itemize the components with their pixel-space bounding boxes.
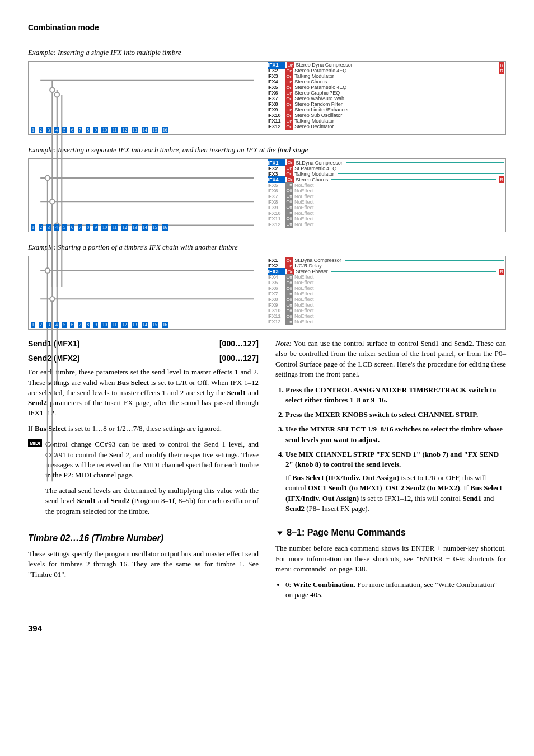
ifx-list-1: IFX1OnStereo Dyna CompressorRIFX2OnStere… <box>266 62 506 134</box>
routing-line <box>356 65 497 65</box>
track-number: 3 <box>46 224 51 231</box>
track-number: 13 <box>132 322 138 328</box>
track-number: 11 <box>111 127 118 133</box>
diagram-2: 12345678910111213141516 IFX1OnSt.Dyna Co… <box>28 158 506 232</box>
ifx-slot-label: IFX12 <box>268 318 284 326</box>
svg-point-3 <box>50 199 54 204</box>
track-number: 5 <box>62 322 67 328</box>
track-number: 16 <box>162 127 168 133</box>
track-number: 12 <box>121 224 128 231</box>
track-number: 13 <box>132 224 138 231</box>
heading-menu-commands: ▼ 8–1: Page Menu Commands <box>275 524 506 539</box>
bullet-item: 0: Write Combination. For more informati… <box>285 580 506 600</box>
routing-line <box>346 162 504 163</box>
track-number: 16 <box>162 224 168 231</box>
header-title: Combination mode <box>28 23 99 32</box>
step-note: If Bus Select (IFX/Indiv. Out Assign) is… <box>285 473 506 514</box>
ifx-slot-label: IFX12 <box>268 123 284 130</box>
ifx-effect-name: NoEffect <box>294 221 313 228</box>
step-item: Press the CONTROL ASSIGN MIXER TIMBRE/TR… <box>285 385 506 405</box>
ifx-on-chip: Off <box>285 221 294 227</box>
svg-point-6 <box>50 297 54 301</box>
body-paragraph: Note: You can use the control surface to… <box>275 339 506 379</box>
ifx-row: IFX12OffNoEffect <box>268 319 505 325</box>
steps-list: Press the CONTROL ASSIGN MIXER TIMBRE/TR… <box>275 385 506 514</box>
page-header: Combination mode <box>28 22 506 36</box>
svg-point-1 <box>55 92 59 97</box>
svg-point-2 <box>45 176 50 180</box>
track-number: 2 <box>39 224 43 231</box>
routing-line <box>338 173 504 174</box>
routing-line <box>340 168 504 168</box>
example-caption-1: Example: Inserting a single IFX into mul… <box>28 48 506 58</box>
track-number: 4 <box>54 224 59 231</box>
diagram-1: 12345678910111213141516 IFX1OnStereo Dyn… <box>28 61 506 135</box>
ifx-list-2: IFX1OnSt.Dyna CompressorIFX2OnSt.Paramet… <box>266 159 506 232</box>
ifx-slot-label: IFX12 <box>268 221 284 228</box>
track-number: 6 <box>70 224 74 231</box>
track-number: 9 <box>93 322 98 328</box>
track-number: 2 <box>39 322 43 328</box>
badge-r-icon: R <box>499 68 504 74</box>
track-number: 8 <box>86 224 90 231</box>
track-number: 15 <box>152 322 158 328</box>
track-number: 5 <box>62 127 67 133</box>
track-number: 1 <box>31 127 35 133</box>
step-item: Press the MIXER KNOBS switch to select C… <box>285 410 506 420</box>
track-number: 15 <box>152 224 158 231</box>
svg-point-5 <box>45 268 50 273</box>
routing-line <box>350 71 496 71</box>
track-number: 14 <box>142 127 148 133</box>
diagram-routing-area: 12345678910111213141516 <box>29 256 266 329</box>
track-number: 10 <box>101 127 108 133</box>
track-number: 4 <box>54 127 59 133</box>
track-number: 7 <box>78 127 82 133</box>
track-number: 10 <box>101 322 108 328</box>
track-number: 12 <box>121 322 128 328</box>
track-number: 10 <box>101 224 108 231</box>
track-number: 3 <box>46 127 51 133</box>
badge-r-icon: R <box>499 176 504 182</box>
track-number: 8 <box>86 322 90 328</box>
body-paragraph: The number before each command shows its… <box>275 543 506 574</box>
diagram-routing-area: 12345678910111213141516 <box>29 62 266 134</box>
track-number: 4 <box>54 322 59 328</box>
routing-line <box>331 179 496 180</box>
ifx-on-chip: Off <box>285 319 294 325</box>
body-paragraph: These settings specify the program oscil… <box>28 549 259 580</box>
track-number: 2 <box>39 127 43 133</box>
heading-timbre: Timbre 02…16 (Timbre Number) <box>28 532 259 544</box>
track-number: 14 <box>142 322 148 328</box>
track-number: 14 <box>142 224 148 231</box>
ifx-row: IFX12OffNoEffect <box>268 222 505 227</box>
track-number: 9 <box>93 127 98 133</box>
ifx-effect-name: NoEffect <box>294 318 313 326</box>
step-item: Use the MIXER SELECT 1/9–8/16 switches t… <box>285 424 506 444</box>
track-number: 1 <box>31 322 35 328</box>
page-number: 394 <box>28 622 506 634</box>
track-number: 16 <box>162 322 168 328</box>
diagram-3: 12345678910111213141516 IFX1OnSt.Dyna Co… <box>28 256 506 330</box>
track-number: 6 <box>70 322 74 328</box>
track-number: 11 <box>111 224 118 231</box>
track-number: 12 <box>121 127 128 133</box>
step-item: Use MIX CHANNEL STRIP "FX SEND 1" (knob … <box>285 449 506 514</box>
track-number: 7 <box>78 224 82 231</box>
ifx-effect-name: Stereo Decimator <box>294 123 334 130</box>
routing-line <box>325 266 504 266</box>
routing-line <box>345 260 504 261</box>
diagram-routing-area: 12345678910111213141516 <box>29 159 266 232</box>
svg-point-0 <box>50 87 54 92</box>
bullet-list: 0: Write Combination. For more informati… <box>275 580 506 600</box>
track-number: 1 <box>31 224 35 231</box>
track-number: 9 <box>93 224 98 231</box>
track-number: 15 <box>152 127 158 133</box>
track-number: 3 <box>46 322 51 328</box>
track-number: 11 <box>111 322 118 328</box>
ifx-on-chip: On <box>285 124 294 130</box>
track-number: 13 <box>132 127 138 133</box>
ifx-list-3: IFX1OnSt.Dyna CompressorIFX2OnL/C/R Dela… <box>266 256 506 329</box>
routing-line <box>331 271 497 272</box>
track-number: 8 <box>86 127 90 133</box>
track-number: 5 <box>62 224 67 231</box>
